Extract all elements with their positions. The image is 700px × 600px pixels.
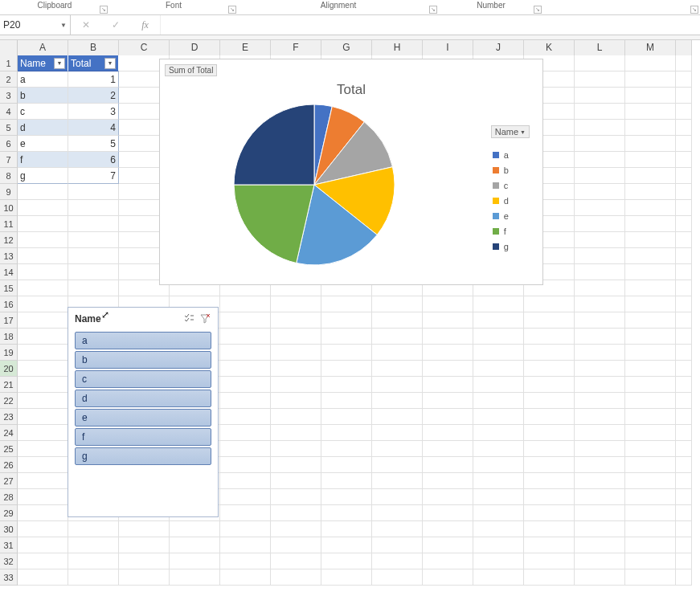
cell[interactable] xyxy=(625,345,676,361)
cell[interactable] xyxy=(423,457,473,473)
cell[interactable] xyxy=(18,361,68,377)
cell[interactable] xyxy=(524,296,575,312)
cell[interactable] xyxy=(625,569,676,586)
cell[interactable] xyxy=(625,264,676,280)
row-header[interactable]: 7 xyxy=(0,152,18,168)
cell[interactable] xyxy=(220,537,271,553)
cell[interactable] xyxy=(575,280,625,296)
cell[interactable] xyxy=(423,345,473,361)
cell[interactable] xyxy=(321,553,372,569)
cell[interactable] xyxy=(321,457,372,473)
cell[interactable] xyxy=(473,296,524,312)
cell[interactable] xyxy=(524,393,575,409)
cell[interactable] xyxy=(524,569,575,586)
cell[interactable] xyxy=(423,553,473,569)
cell[interactable] xyxy=(575,377,625,393)
cell[interactable] xyxy=(473,329,524,345)
cell[interactable] xyxy=(473,489,524,505)
cell[interactable] xyxy=(271,377,321,393)
cell[interactable] xyxy=(423,296,473,312)
cell[interactable] xyxy=(473,569,524,586)
name-box[interactable]: P20 ▼ xyxy=(0,15,71,35)
cell[interactable] xyxy=(625,489,676,505)
cell[interactable] xyxy=(18,473,68,489)
cell[interactable] xyxy=(220,312,271,329)
cell[interactable] xyxy=(625,248,676,264)
cell[interactable] xyxy=(676,248,692,264)
cell[interactable] xyxy=(575,537,625,553)
cell[interactable] xyxy=(68,248,119,264)
cell[interactable] xyxy=(321,537,372,553)
cell[interactable] xyxy=(372,329,423,345)
cell[interactable] xyxy=(423,361,473,377)
cell[interactable] xyxy=(220,296,271,312)
cell[interactable] xyxy=(220,425,271,441)
cell[interactable] xyxy=(575,569,625,586)
row-header[interactable]: 11 xyxy=(0,216,18,232)
row-header[interactable]: 8 xyxy=(0,168,18,184)
cell[interactable] xyxy=(321,296,372,312)
cell[interactable] xyxy=(575,312,625,329)
cell[interactable] xyxy=(423,569,473,586)
cell[interactable] xyxy=(18,280,68,296)
cell[interactable]: 6 xyxy=(68,152,119,168)
cell[interactable] xyxy=(575,104,625,120)
worksheet-grid[interactable]: ABCDEFGHIJKLM 1Name▼Total▼2a13b24c35d46e… xyxy=(0,40,700,600)
row-header[interactable]: 25 xyxy=(0,441,18,457)
cell[interactable] xyxy=(676,569,692,586)
cell[interactable] xyxy=(625,216,676,232)
cell[interactable] xyxy=(575,200,625,216)
cell[interactable] xyxy=(575,71,625,88)
row-header[interactable]: 27 xyxy=(0,473,18,489)
clear-filter-icon[interactable] xyxy=(199,312,211,325)
cell[interactable] xyxy=(676,505,692,521)
cell[interactable] xyxy=(18,489,68,505)
fx-icon[interactable]: fx xyxy=(139,19,152,31)
cell[interactable] xyxy=(676,296,692,312)
column-header[interactable]: G xyxy=(321,40,372,55)
dialog-launcher-icon[interactable]: ↘ xyxy=(100,6,108,14)
pie-slice[interactable] xyxy=(234,104,314,185)
cell[interactable] xyxy=(321,441,372,457)
cell[interactable] xyxy=(625,473,676,489)
cell[interactable] xyxy=(473,409,524,425)
cell[interactable] xyxy=(271,393,321,409)
cell[interactable] xyxy=(676,232,692,248)
cell[interactable] xyxy=(524,457,575,473)
cell[interactable] xyxy=(68,280,119,296)
cell[interactable] xyxy=(676,553,692,569)
cell[interactable] xyxy=(321,345,372,361)
cell[interactable] xyxy=(372,377,423,393)
cell[interactable] xyxy=(18,216,68,232)
row-header[interactable]: 26 xyxy=(0,457,18,473)
cell[interactable] xyxy=(271,361,321,377)
cell[interactable] xyxy=(423,329,473,345)
cell[interactable] xyxy=(18,409,68,425)
filter-dropdown-icon[interactable]: ▼ xyxy=(54,58,65,69)
cell[interactable] xyxy=(119,569,170,586)
column-header[interactable]: K xyxy=(524,40,575,55)
cell[interactable] xyxy=(575,345,625,361)
cell[interactable]: d xyxy=(18,120,68,136)
row-header[interactable]: 15 xyxy=(0,280,18,296)
cell[interactable]: 5 xyxy=(68,136,119,152)
cell[interactable] xyxy=(220,393,271,409)
column-header[interactable]: H xyxy=(372,40,423,55)
cell[interactable] xyxy=(676,489,692,505)
cell[interactable] xyxy=(575,489,625,505)
cell[interactable]: 3 xyxy=(68,104,119,120)
cell[interactable] xyxy=(625,441,676,457)
cell[interactable] xyxy=(18,393,68,409)
cell[interactable] xyxy=(625,296,676,312)
cell[interactable] xyxy=(575,505,625,521)
cell[interactable] xyxy=(18,457,68,473)
cell[interactable] xyxy=(524,345,575,361)
cell[interactable] xyxy=(575,329,625,345)
cell[interactable] xyxy=(18,521,68,537)
cell[interactable] xyxy=(68,521,119,537)
cell[interactable] xyxy=(575,55,625,71)
row-header[interactable]: 2 xyxy=(0,71,18,88)
cell[interactable] xyxy=(524,329,575,345)
cell[interactable] xyxy=(321,425,372,441)
cell[interactable] xyxy=(676,473,692,489)
